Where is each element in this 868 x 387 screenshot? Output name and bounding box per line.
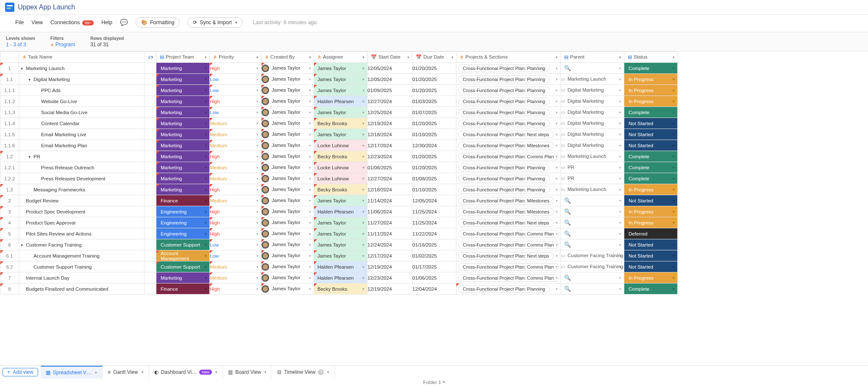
duedate-cell[interactable]: 01/10/2025 [412, 129, 456, 140]
table-row[interactable]: 8Budgets Finalized and CommunicatedFinan… [0, 283, 678, 294]
tag-cell[interactable] [145, 162, 156, 173]
tag-cell[interactable] [145, 206, 156, 217]
projects-cell[interactable]: Cross-Functional Project Plan: Comms Pla… [456, 261, 561, 272]
startdate-cell[interactable]: 12/19/2024 [367, 118, 412, 129]
startdate-cell[interactable]: 01/06/2025 [367, 162, 412, 173]
task-cell[interactable]: Email Marketing Plan [19, 140, 145, 151]
tab-gantt[interactable]: ≡Gantt View▾ [103, 366, 149, 366]
status-cell[interactable]: Not Started [624, 118, 678, 129]
priority-cell[interactable]: High [210, 63, 262, 74]
duedate-cell[interactable]: 12/04/2024 [412, 283, 456, 294]
task-cell[interactable]: Product Spec Development [19, 206, 145, 217]
task-cell[interactable]: ▾Customer Facing Training [19, 239, 145, 250]
team-cell[interactable]: Marketing [156, 85, 210, 96]
duedate-cell[interactable]: 01/20/2025 [412, 63, 456, 74]
duedate-cell[interactable]: 01/20/2025 [412, 118, 456, 129]
startdate-cell[interactable]: 12/23/2024 [367, 151, 412, 162]
duedate-cell[interactable]: 01/20/2025 [412, 74, 456, 85]
createdby-cell[interactable]: James Taylor [262, 283, 314, 294]
assignee-cell[interactable]: James Taylor [314, 74, 367, 85]
createdby-cell[interactable]: James Taylor [262, 74, 314, 85]
projects-cell[interactable]: Cross-Functional Project Plan: Planning [456, 184, 561, 195]
team-cell[interactable]: Marketing [156, 140, 210, 151]
priority-cell[interactable]: High [210, 228, 262, 239]
duedate-cell[interactable]: 12/05/2024 [412, 195, 456, 206]
table-row[interactable]: 4Product Spec ApprovalEngineeringHighJam… [0, 217, 678, 228]
table-row[interactable]: 6.1Account Management TrainingAccount Ma… [0, 250, 678, 261]
priority-cell[interactable]: High [210, 283, 262, 294]
startdate-cell[interactable]: 12/05/2024 [367, 74, 412, 85]
col-start-date[interactable]: 📅Start Date▾ [367, 52, 412, 63]
tag-cell[interactable] [145, 184, 156, 195]
col-priority[interactable]: ⋔Priority▾ [210, 52, 262, 63]
parent-cell[interactable]: 🔍 [561, 228, 624, 239]
assignee-cell[interactable]: Becky Brooks [314, 151, 367, 162]
priority-cell[interactable]: Medium [210, 261, 262, 272]
col-tag[interactable]: 🏷▾ [145, 52, 156, 63]
menu-view[interactable]: View [31, 20, 43, 25]
team-cell[interactable]: Marketing [156, 107, 210, 118]
assignee-cell[interactable]: Becky Brooks [314, 283, 367, 294]
projects-cell[interactable]: Cross-Functional Project Plan: Planning [456, 118, 561, 129]
duedate-cell[interactable]: 11/25/2024 [412, 206, 456, 217]
status-cell[interactable]: In Progress [624, 85, 678, 96]
startdate-cell[interactable]: 11/27/2024 [367, 217, 412, 228]
priority-cell[interactable]: Medium [210, 173, 262, 184]
startdate-cell[interactable]: 12/05/2024 [367, 63, 412, 74]
startdate-cell[interactable]: 12/27/2024 [367, 96, 412, 107]
task-cell[interactable]: Budget Review [19, 195, 145, 206]
priority-cell[interactable]: High [210, 206, 262, 217]
table-row[interactable]: 6▾Customer Facing TrainingCustomer Suppo… [0, 239, 678, 250]
duedate-cell[interactable]: 11/25/2024 [412, 217, 456, 228]
assignee-cell[interactable]: Locke Luhnow [314, 140, 367, 151]
duedate-cell[interactable]: 01/03/2025 [412, 96, 456, 107]
table-row[interactable]: 1.1.5Email Marketing LiveMarketingMedium… [0, 129, 678, 140]
tag-cell[interactable] [145, 129, 156, 140]
priority-cell[interactable]: Medium [210, 162, 262, 173]
col-task-name[interactable]: ⋔Task Name [19, 52, 145, 63]
team-cell[interactable]: Marketing [156, 74, 210, 85]
task-cell[interactable]: Budgets Finalized and Communicated [19, 283, 145, 294]
search-icon[interactable]: 🔍 [561, 241, 571, 248]
createdby-cell[interactable]: James Taylor [262, 250, 314, 261]
parent-cell[interactable]: ▭Digital Marketing [561, 129, 624, 140]
col-assignee[interactable]: ⋔Assignee▾ [314, 52, 367, 63]
status-cell[interactable]: In Progress [624, 96, 678, 107]
formatting-button[interactable]: 🎨 Formatting [136, 17, 180, 28]
parent-cell[interactable]: 🔍 [561, 239, 624, 250]
assignee-cell[interactable]: James Taylor [314, 63, 367, 74]
tag-cell[interactable] [145, 228, 156, 239]
menu-file[interactable]: File [15, 20, 24, 25]
assignee-cell[interactable]: James Taylor [314, 107, 367, 118]
table-row[interactable]: 1.2.2Press Releases DevelopmentMarketing… [0, 173, 678, 184]
createdby-cell[interactable]: James Taylor [262, 261, 314, 272]
assignee-cell[interactable]: Becky Brooks [314, 184, 367, 195]
priority-cell[interactable]: Low [210, 85, 262, 96]
createdby-cell[interactable]: James Taylor [262, 272, 314, 283]
projects-cell[interactable]: Cross-Functional Project Plan: Planning [456, 85, 561, 96]
assignee-cell[interactable]: James Taylor [314, 85, 367, 96]
search-icon[interactable]: 🔍 [561, 219, 571, 226]
projects-cell[interactable]: Cross-Functional Project Plan: Next step… [456, 217, 561, 228]
col-parent[interactable]: ▤Parent▾ [561, 52, 624, 63]
parent-cell[interactable]: ▭Digital Marketing [561, 118, 624, 129]
search-icon[interactable]: 🔍 [561, 286, 571, 292]
task-cell[interactable]: Email Marketing Live [19, 129, 145, 140]
priority-cell[interactable]: High [210, 151, 262, 162]
startdate-cell[interactable]: 12/19/2024 [367, 283, 412, 294]
task-cell[interactable]: Customer Support Training [19, 261, 145, 272]
col-project-team[interactable]: ▤Project Team▾ [156, 52, 210, 63]
assignee-cell[interactable]: Halden Pfearsen [314, 206, 367, 217]
assignee-cell[interactable]: Halden Pfearsen [314, 272, 367, 283]
status-cell[interactable]: Complete [624, 173, 678, 184]
projects-cell[interactable]: Cross-Functional Project Plan: Planning [456, 63, 561, 74]
table-row[interactable]: 1.1.1PPC AdsMarketingLowJames TaylorJame… [0, 85, 678, 96]
search-icon[interactable]: 🔍 [561, 275, 571, 281]
expand-chevron-icon[interactable]: ▾ [19, 66, 24, 71]
parent-cell[interactable]: ▭Marketing Launch [561, 151, 624, 162]
duedate-cell[interactable]: 01/02/2025 [412, 250, 456, 261]
tab-board[interactable]: ▥Board View▾ [223, 366, 272, 366]
tag-cell[interactable] [145, 283, 156, 294]
expand-chevron-icon[interactable]: ▾ [27, 77, 32, 82]
table-row[interactable]: 1.2▾PRMarketingHighJames TaylorBecky Bro… [0, 151, 678, 162]
